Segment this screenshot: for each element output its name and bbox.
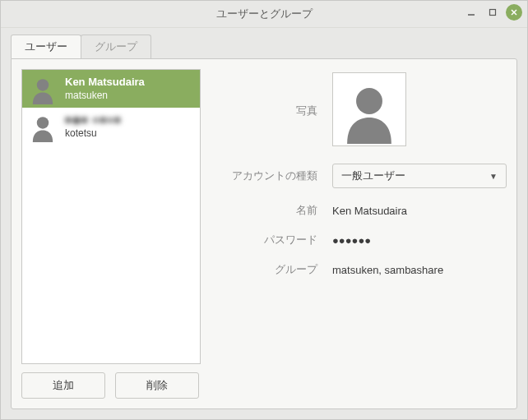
account-type-select[interactable]: 一般ユーザー ▼ <box>332 164 507 188</box>
titlebar: ユーザーとグループ <box>1 1 527 28</box>
tab-bar: ユーザー グループ <box>1 28 527 58</box>
user-fullname: Ken Matsudaira <box>65 76 145 90</box>
window-buttons <box>463 4 522 21</box>
remove-button[interactable]: 削除 <box>115 372 199 399</box>
label-groups: グループ <box>211 262 332 277</box>
label-name: 名前 <box>211 203 332 218</box>
close-button[interactable] <box>506 4 522 21</box>
chevron-down-icon: ▼ <box>489 172 498 181</box>
svg-rect-3 <box>490 10 496 16</box>
right-column: 写真 アカウントの種類 一般ユーザー ▼ 名前 <box>211 69 507 399</box>
user-info: ■◆■ ●■●■ kotetsu <box>65 113 122 140</box>
row-name: 名前 Ken Matsudaira <box>211 203 507 218</box>
avatar-icon <box>27 73 58 104</box>
button-row: 追加 削除 <box>21 372 201 399</box>
add-button[interactable]: 追加 <box>21 372 105 399</box>
minimize-button[interactable] <box>463 4 479 21</box>
label-photo: 写真 <box>211 104 332 118</box>
photo-avatar[interactable] <box>332 72 406 146</box>
panel: Ken Matsudaira matsuken ■◆■ ●■●■ kotetsu… <box>11 58 517 409</box>
value-name[interactable]: Ken Matsudaira <box>332 205 507 217</box>
user-info: Ken Matsudaira matsuken <box>65 76 145 102</box>
window-title: ユーザーとグループ <box>1 7 527 21</box>
row-groups: グループ matsuken, sambashare <box>211 262 507 277</box>
account-type-value: 一般ユーザー <box>341 168 405 183</box>
user-list[interactable]: Ken Matsudaira matsuken ■◆■ ●■●■ kotetsu <box>21 69 201 364</box>
row-account-type: アカウントの種類 一般ユーザー ▼ <box>211 164 507 188</box>
maximize-button[interactable] <box>484 4 501 21</box>
left-column: Ken Matsudaira matsuken ■◆■ ●■●■ kotetsu… <box>21 69 201 399</box>
avatar-icon <box>27 111 58 142</box>
value-password[interactable]: ●●●●●● <box>332 234 507 247</box>
content: Ken Matsudaira matsuken ■◆■ ●■●■ kotetsu… <box>11 58 517 409</box>
user-username: kotetsu <box>65 127 122 141</box>
user-row[interactable]: Ken Matsudaira matsuken <box>22 70 200 108</box>
label-password: パスワード <box>211 233 332 247</box>
tab-users[interactable]: ユーザー <box>11 35 81 58</box>
window: ユーザーとグループ ユーザー グループ Ken Ma <box>0 0 528 420</box>
row-photo: 写真 <box>211 72 507 149</box>
value-groups[interactable]: matsuken, sambashare <box>332 264 507 276</box>
label-account-type: アカウントの種類 <box>211 168 332 183</box>
user-username: matsuken <box>65 90 145 103</box>
tab-groups[interactable]: グループ <box>81 35 151 58</box>
user-row[interactable]: ■◆■ ●■●■ kotetsu <box>22 108 200 145</box>
row-password: パスワード ●●●●●● <box>211 233 507 247</box>
user-fullname: ■◆■ ●■●■ <box>65 113 122 127</box>
